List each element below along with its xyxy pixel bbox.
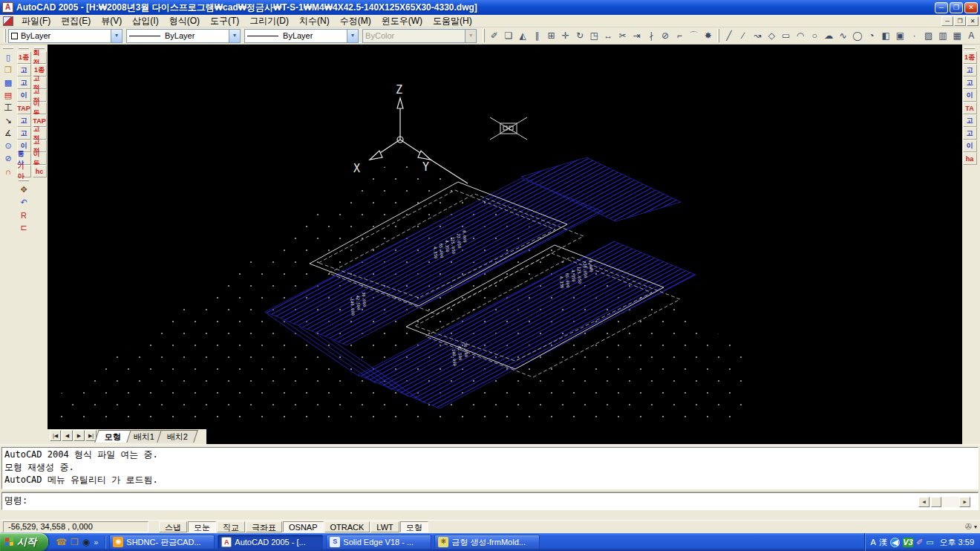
polyline-icon[interactable]: ↝ xyxy=(751,28,765,43)
erase-icon[interactable]: ✐ xyxy=(487,28,501,43)
tray-eraser-icon[interactable]: ▭ xyxy=(926,538,933,547)
ime-hanja-icon[interactable]: 漢 xyxy=(879,537,887,548)
status-menu-arrow-icon[interactable]: ▾ xyxy=(974,524,977,530)
task-mold-generator[interactable]: ❋ 금형 생성-frmMold... xyxy=(434,535,540,550)
custom-button-r-ta[interactable]: TA xyxy=(963,102,977,114)
custom-button-go4[interactable]: 고 xyxy=(17,127,31,140)
scroll-thumb[interactable] xyxy=(931,497,941,507)
start-button[interactable]: 시작 xyxy=(0,533,48,551)
tab-model[interactable]: 모형 xyxy=(94,430,131,443)
tab-next-icon[interactable]: ▶ xyxy=(74,430,85,441)
status-ortho[interactable]: 직교 xyxy=(217,521,245,532)
child-close-button[interactable]: ✕ xyxy=(967,16,979,26)
command-prompt[interactable]: 명령: ◀ ▶ xyxy=(1,492,979,510)
custom-button-r-ha[interactable]: ha xyxy=(963,152,977,165)
open-file-icon[interactable]: ❒ xyxy=(1,64,16,76)
custom-button-r-go1[interactable]: 고 xyxy=(963,64,977,76)
break-at-point-icon[interactable]: ∤ xyxy=(644,28,658,43)
ime-a-icon[interactable]: A xyxy=(871,538,876,547)
task-autocad[interactable]: A AutoCAD 2005 - [... xyxy=(218,535,323,550)
status-model[interactable]: 모형 xyxy=(400,521,428,532)
custom-button-r-yi1[interactable]: 이 xyxy=(963,89,977,102)
quick-launch-overflow-icon[interactable]: » xyxy=(94,538,98,547)
region-icon[interactable]: ▥ xyxy=(935,28,950,43)
custom-button-r-1jong[interactable]: 1종 xyxy=(963,51,977,64)
quick-launch-1-icon[interactable]: ☎ xyxy=(56,537,67,547)
task-shdnc[interactable]: ◉ SHDNC- 판금CAD... xyxy=(109,535,215,550)
dim-arrow-icon[interactable]: ↘ xyxy=(1,114,16,127)
menu-insert[interactable]: 삽입(I) xyxy=(127,14,163,28)
mirror-icon[interactable]: ◭ xyxy=(516,28,530,43)
custom-button-tap[interactable]: TAP xyxy=(17,102,31,114)
ellipse-icon[interactable]: ◯ xyxy=(850,28,864,43)
table-icon[interactable]: ▦ xyxy=(950,28,964,43)
move-icon[interactable]: ✛ xyxy=(558,28,572,43)
v3-antivirus-icon[interactable]: V3 xyxy=(903,538,913,547)
offset-icon[interactable]: ∥ xyxy=(530,28,544,43)
status-lwt[interactable]: LWT xyxy=(370,521,399,532)
custom-button-r-go3[interactable]: 고 xyxy=(963,114,977,127)
line-icon[interactable]: ╱ xyxy=(722,28,736,43)
tab-layout2[interactable]: 배치2 xyxy=(157,430,198,443)
menu-draw[interactable]: 그리기(D) xyxy=(244,14,294,28)
language-bar-icon[interactable]: ◀ xyxy=(890,538,900,547)
clamp-tool-icon[interactable]: ⊏ xyxy=(17,221,31,234)
menu-edit[interactable]: 편집(E) xyxy=(56,14,96,28)
custom-tool-icon[interactable]: ✥ xyxy=(17,183,31,196)
text-icon[interactable]: A xyxy=(964,28,979,43)
angle-icon[interactable]: ∡ xyxy=(1,127,16,140)
rotate-icon[interactable]: ↻ xyxy=(572,28,587,43)
undo-arrow-icon[interactable]: ↶ xyxy=(17,196,31,209)
circle-tool-icon[interactable]: ⊙ xyxy=(1,140,16,152)
new-file-icon[interactable]: ▯ xyxy=(1,51,16,64)
quick-launch-2-icon[interactable]: ❒ xyxy=(71,537,79,547)
break-icon[interactable]: ⊘ xyxy=(659,28,673,43)
menu-help[interactable]: 도움말(H) xyxy=(428,14,477,28)
construction-line-icon[interactable]: ∕ xyxy=(736,28,750,43)
scroll-right-icon[interactable]: ▶ xyxy=(959,497,970,507)
tray-pen-icon[interactable]: ✐ xyxy=(916,538,923,547)
stretch-icon[interactable]: ↔ xyxy=(601,28,615,43)
revision-cloud-icon[interactable]: ☁ xyxy=(822,28,836,43)
toolbar-grip[interactable] xyxy=(4,29,6,42)
custom-button-go1[interactable]: 고 xyxy=(17,64,31,76)
status-snap[interactable]: 스냅 xyxy=(159,521,187,532)
custom-button-go3[interactable]: 고 xyxy=(17,114,31,127)
magnet-icon[interactable]: ∩ xyxy=(1,165,16,177)
explode-icon[interactable]: ✸ xyxy=(701,28,715,43)
communication-center-icon[interactable]: ✇ xyxy=(965,522,972,532)
custom-button-r-go4[interactable]: 고 xyxy=(963,127,977,140)
rectangle-icon[interactable]: ▭ xyxy=(779,28,793,43)
custom-button-yi1[interactable]: 이 xyxy=(17,89,31,102)
menu-view[interactable]: 뷰(V) xyxy=(96,14,127,28)
custom-button-hc[interactable]: hc xyxy=(33,165,47,177)
chevron-down-icon[interactable]: ▾ xyxy=(347,30,358,42)
custom-button-rotate[interactable]: 회전 xyxy=(33,51,47,64)
menu-file[interactable]: 파일(F) xyxy=(16,14,56,28)
circle-icon[interactable]: ○ xyxy=(807,28,821,43)
lineweight-control[interactable]: ByLayer ▾ xyxy=(244,29,359,43)
polygon-icon[interactable]: ◇ xyxy=(765,28,779,43)
r-tool-icon[interactable]: R xyxy=(17,209,31,221)
custom-button-r-go2[interactable]: 고 xyxy=(963,76,977,89)
menu-format[interactable]: 형식(O) xyxy=(164,14,205,28)
scroll-track[interactable] xyxy=(930,497,959,507)
status-otrack[interactable]: OTRACK xyxy=(324,521,370,532)
ibeam-icon[interactable]: 工 xyxy=(1,102,16,114)
quick-launch-3-icon[interactable]: ◉ xyxy=(82,537,90,547)
toolbar-grip[interactable] xyxy=(717,29,719,42)
custom-button-move2[interactable]: 이동 xyxy=(33,152,47,165)
custom-button-r-yi2[interactable]: 이 xyxy=(963,140,977,152)
menu-tools[interactable]: 도구(T) xyxy=(205,14,244,28)
fillet-icon[interactable]: ⌒ xyxy=(687,28,701,43)
spline-icon[interactable]: ∿ xyxy=(836,28,850,43)
hatch-icon[interactable]: ▨ xyxy=(921,28,935,43)
menu-dimension[interactable]: 치수(N) xyxy=(294,14,335,28)
chevron-down-icon[interactable]: ▾ xyxy=(111,30,122,42)
circle-slash-icon[interactable]: ⊘ xyxy=(1,152,16,165)
child-restore-button[interactable]: ❐ xyxy=(954,16,966,26)
tab-prev-icon[interactable]: ◀ xyxy=(62,430,73,441)
color-control[interactable]: ByLayer ▾ xyxy=(8,29,122,43)
chamfer-icon[interactable]: ⌐ xyxy=(673,28,687,43)
save-icon[interactable]: ▩ xyxy=(1,76,16,89)
